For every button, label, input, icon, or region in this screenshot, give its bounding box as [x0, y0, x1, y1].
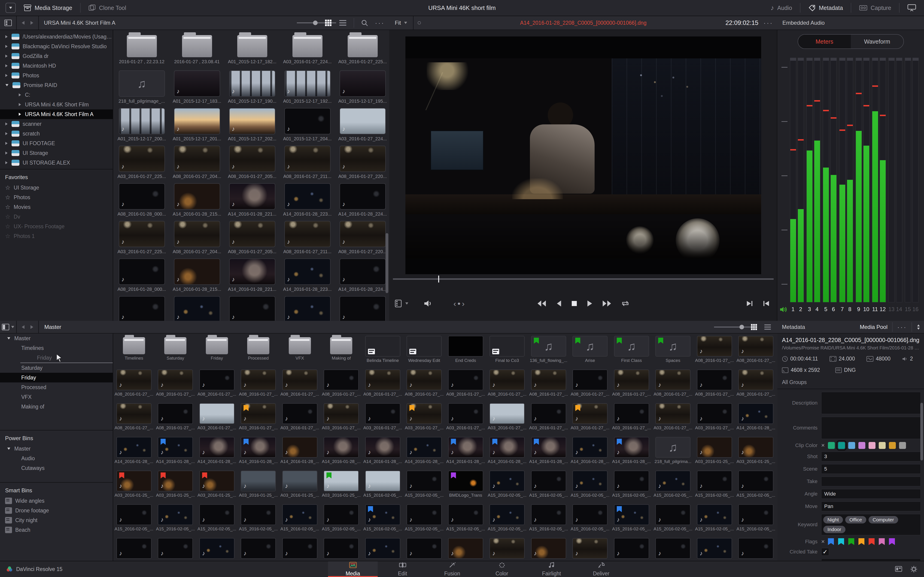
clip-item[interactable]: ♪A08_2016-01-27_205... — [225, 218, 280, 256]
clip-item[interactable]: ♪A14_2016-01-28_215... — [169, 256, 225, 293]
clip-item[interactable]: ♪A14_2016-01-28_... — [445, 435, 486, 468]
clip-item[interactable]: ♪A03_2016-01-25_... — [735, 435, 777, 468]
clip-item[interactable]: ♪A08_2016-01-27_... — [528, 367, 569, 401]
clip-item[interactable]: ♪A01_2015-12-17_195... — [335, 68, 389, 105]
clip-item[interactable]: ♪A03_2016-01-27_... — [196, 401, 238, 435]
chevron-right-icon[interactable] — [5, 35, 8, 38]
clip-item[interactable]: ♪A14_2016-01-28_... — [279, 435, 321, 468]
stop-button[interactable] — [571, 300, 578, 308]
chevron-right-icon[interactable] — [19, 93, 21, 97]
flag-swatch[interactable] — [869, 538, 875, 545]
folder-item[interactable]: VFX — [279, 334, 321, 367]
clip-item[interactable]: ♪A03_2016-01-27_... — [279, 401, 321, 435]
flag-swatch[interactable] — [828, 538, 834, 545]
clip-item[interactable]: ♪A14_2016-01-28_... — [528, 435, 569, 468]
storage-tree-item[interactable]: Macintosh HD — [0, 61, 113, 71]
clip-item[interactable]: ♪A15_2016-02-05_... — [113, 502, 155, 536]
clip-item[interactable]: ♪A14_2016-01-28_215... — [169, 181, 225, 218]
clip-item[interactable]: ♪A08_2016-01-28_000... — [114, 256, 169, 293]
clip-item[interactable]: ♪A03_2016-01-27_... — [404, 401, 445, 435]
bin-item-making-of[interactable]: Making of — [0, 402, 113, 411]
storage-tree-item[interactable]: Blackmagic DaVinci Resolve Studio — [0, 42, 113, 51]
clip-item[interactable]: ♪A01_2015-12-17_190... — [225, 68, 280, 105]
folder-item[interactable]: Friday — [196, 334, 238, 367]
clip-item[interactable]: ♪A08_2016-01-27_204... — [169, 218, 225, 256]
clip-item[interactable]: ♪A01_2015-12-17_204... — [280, 105, 335, 143]
clip-item[interactable]: Belinda Timeline — [362, 334, 404, 367]
bin-item-saturday[interactable]: Saturday — [0, 363, 113, 373]
circled-take-checkbox[interactable]: ✓ — [821, 548, 829, 556]
viewer-playhead[interactable] — [438, 276, 439, 282]
clip-item[interactable]: ♪A03_2016-01-27_... — [653, 401, 694, 435]
clip-item[interactable]: ♪A08_2016-01-27_... — [113, 401, 155, 435]
clip-item[interactable]: ♪A03_2016-01-27_224... — [335, 105, 389, 143]
clip-item[interactable]: ♪A08_2016-01-27_... — [196, 367, 238, 401]
clip-item[interactable]: ♪A08_2016-01-27_... — [321, 367, 362, 401]
pool-grid-view-icon[interactable] — [751, 324, 758, 330]
clip-item[interactable]: ♪A15_2016-02-05_... — [155, 502, 196, 536]
mark-in-button[interactable] — [745, 300, 753, 308]
clip-item[interactable]: ♪A03_2016-01-27_... — [486, 401, 528, 435]
clip-item[interactable]: ♪ — [335, 293, 389, 321]
clip-item[interactable]: ♪A08_2016-01-27_... — [694, 367, 735, 401]
chevron-right-icon[interactable] — [5, 64, 8, 68]
chevron-right-icon[interactable] — [5, 161, 8, 164]
storage-tree-item[interactable]: /Users/alexanderdiaz/Movies (Usage: 67%) — [0, 32, 113, 42]
storage-tree-item[interactable]: Photos — [0, 71, 113, 80]
smart-bin-item[interactable]: City night — [0, 516, 113, 525]
clip-item[interactable]: ♪A03_2016-01-25_... — [196, 468, 238, 502]
clip-item[interactable]: ♪A01_2015-12-17_201... — [169, 105, 225, 143]
flag-swatch[interactable] — [848, 538, 854, 545]
field-input[interactable]: 3 — [821, 452, 921, 461]
back-button[interactable] — [22, 21, 24, 25]
clip-item[interactable]: ♪A15_2016-02-05_... — [611, 468, 653, 502]
clip-item[interactable]: ♪A14_2016-01-28_224... — [335, 256, 389, 293]
clip-item[interactable]: ♪A14_2016-01-28_224... — [335, 181, 389, 218]
bin-forward-button[interactable] — [31, 325, 33, 329]
storage-tree-item[interactable]: URSA Mini 4.6K Short Film A — [0, 110, 113, 119]
clip-item[interactable]: ♪A03_2016-01-25_... — [321, 468, 362, 502]
field-input[interactable]: Wide — [821, 489, 921, 499]
clip-item[interactable]: ♪A14_2016-01-28_... — [321, 435, 362, 468]
clip-item[interactable]: ♪C12_2016-02-05_... — [611, 536, 653, 561]
expand-panel-icon[interactable] — [917, 324, 920, 330]
clip-item[interactable]: ♪A03_2016-01-25_... — [694, 435, 735, 468]
clip-item[interactable]: ♪A08_2016-01-27_... — [404, 367, 445, 401]
favorite-item[interactable]: ☆Photos — [0, 192, 113, 202]
clip-item[interactable]: ♪A15_2016-02-05_... — [279, 502, 321, 536]
bin-panel-toggle[interactable] — [0, 321, 17, 333]
clip-item[interactable]: ♪A15_2016-02-05_... — [196, 502, 238, 536]
clip-item[interactable]: ♪C12_2016-02-05_... — [445, 536, 486, 561]
chevron-right-icon[interactable] — [19, 103, 21, 106]
flag-swatch[interactable] — [838, 538, 844, 545]
clip-item[interactable]: ♪A15_2016-02-05_... — [238, 536, 279, 561]
smart-bin-item[interactable]: Drone footage — [0, 506, 113, 516]
clip-item[interactable]: ♪A03_2016-01-27_225... — [114, 143, 169, 181]
search-icon[interactable] — [361, 19, 368, 26]
clip-item[interactable]: ♪A15_2016-02-05_... — [694, 468, 735, 502]
chevron-down-icon[interactable] — [6, 84, 8, 86]
keyword-tag[interactable]: Computer — [869, 516, 898, 524]
folder-item[interactable]: 2016-01-27 , 22.23.12 — [114, 30, 169, 68]
clear-color-button[interactable]: × — [821, 442, 825, 449]
clip-item[interactable]: ♫136_full_flowing_... — [528, 334, 569, 367]
clip-item[interactable]: ♪A08_2016-01-27_... — [735, 334, 777, 367]
clip-item[interactable]: ♪A15_2016-02-05_... — [321, 536, 362, 561]
clip-item[interactable]: ♪A14_2016-01-28_... — [735, 401, 777, 435]
clip-item[interactable]: ♪C12_2016-02-05_... — [694, 536, 735, 561]
mark-out-button[interactable] — [762, 300, 771, 308]
favorite-item[interactable]: ☆Photos 1 — [0, 231, 113, 241]
clip-item[interactable]: ♪A15_2016-02-05_... — [196, 536, 238, 561]
chevron-right-icon[interactable] — [19, 113, 21, 116]
clip-item[interactable]: ♪A08_2016-01-27_205... — [225, 143, 280, 181]
clip-item[interactable]: ♪A14_2016-01-28_... — [155, 435, 196, 468]
chevron-right-icon[interactable] — [5, 122, 8, 126]
options-menu-icon[interactable]: ··· — [375, 19, 384, 27]
chevron-right-icon[interactable] — [5, 45, 8, 48]
clip-item[interactable]: ♪A01_2015-12-17_183... — [169, 68, 225, 105]
tab-clone-tool[interactable]: Clone Tool — [81, 0, 134, 16]
cinema-viewer-button[interactable] — [900, 0, 924, 16]
storage-tree-item[interactable]: UI Storage — [0, 148, 113, 158]
clip-item[interactable]: ♪A14_2016-01-28_... — [611, 435, 653, 468]
play-button[interactable] — [586, 300, 593, 308]
